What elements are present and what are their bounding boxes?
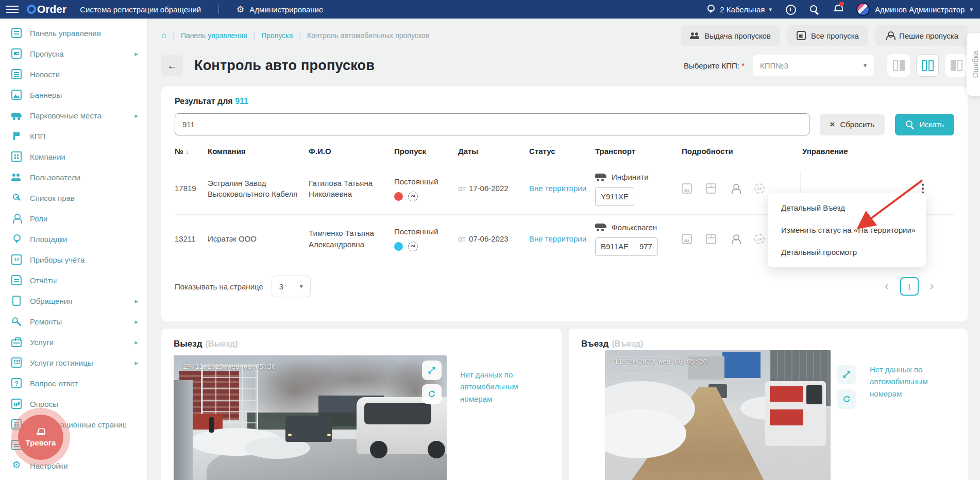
result-label: Результат для 911 bbox=[175, 97, 954, 106]
all-passes-button[interactable]: Все пропуска bbox=[787, 25, 868, 46]
sidebar-item-sites[interactable]: Площадки ▸ bbox=[0, 229, 147, 249]
sidebar-item-parking[interactable]: Парковочные места ▸ bbox=[0, 105, 147, 126]
sidebar-item-icon bbox=[11, 357, 22, 368]
issue-passes-button[interactable]: Выдача пропусков bbox=[681, 25, 780, 46]
sidebar-item-passes[interactable]: Пропуска ▸ bbox=[0, 43, 147, 64]
sidebar-item-hotel-services[interactable]: Услуги гостиницы ▸ bbox=[0, 352, 147, 373]
home-icon[interactable]: ⌂ bbox=[161, 30, 166, 41]
license-plate[interactable]: Y911XE bbox=[595, 187, 634, 206]
alarm-button[interactable]: Тревога bbox=[11, 408, 70, 467]
sidebar-item-dashboard[interactable]: Панель управления ▸ bbox=[0, 23, 147, 43]
app-logo[interactable]: Order bbox=[27, 3, 66, 15]
admin-section-link[interactable]: ⚙ Администрирование bbox=[236, 5, 323, 14]
chevron-right-icon: ▸ bbox=[134, 112, 138, 119]
sidebar-item-icon bbox=[11, 131, 22, 141]
photo-icon[interactable] bbox=[682, 234, 692, 244]
error-side-tab[interactable]: Ошибка bbox=[967, 33, 980, 96]
layout-toggle-split[interactable] bbox=[916, 54, 939, 77]
date-cell: от07-06-2023 bbox=[458, 233, 521, 245]
breadcrumb-passes[interactable]: Пропуска bbox=[261, 31, 293, 40]
layout-toggle-right[interactable] bbox=[945, 54, 968, 77]
breadcrumb-dashboard[interactable]: Панель управления bbox=[181, 31, 247, 40]
refresh-icon bbox=[428, 390, 436, 398]
notifications-button[interactable] bbox=[833, 4, 843, 15]
camera-title: Выезд bbox=[174, 339, 202, 349]
sidebar-item-news[interactable]: Новости ▸ bbox=[0, 64, 147, 84]
person-icon[interactable] bbox=[730, 234, 740, 244]
chevron-right-icon: ▸ bbox=[134, 338, 138, 346]
exit-camera-feed[interactable]: 29/11/2023 Wed 08:05:30 bbox=[174, 355, 447, 480]
status-link[interactable]: Вне территории bbox=[529, 233, 587, 245]
sidebar-item-roles[interactable]: Роли ▸ bbox=[0, 208, 147, 229]
sidebar-item-faq[interactable]: Вопрос-ответ ▸ bbox=[0, 373, 147, 393]
status-link[interactable]: Вне территории bbox=[529, 183, 587, 194]
no-plate-data-message: Нет данных по автомобильным номерам bbox=[870, 364, 955, 480]
refresh-button[interactable] bbox=[837, 389, 856, 409]
chevron-down-icon: ▾ bbox=[864, 62, 867, 69]
expand-button[interactable] bbox=[837, 365, 856, 384]
walk-passes-button[interactable]: Пешие пропуска bbox=[875, 25, 968, 46]
camera-timestamp: 11-29-2023 Wed 08:05:30 bbox=[614, 357, 707, 365]
back-button[interactable]: ← bbox=[161, 55, 183, 76]
search-button[interactable]: Искать bbox=[895, 114, 954, 135]
entry-camera-feed[interactable]: 11-29-2023 Wed 08:05:30 bbox=[605, 350, 831, 480]
sidebar-item-kpp[interactable]: КПП ▸ bbox=[0, 126, 147, 146]
prev-page-button[interactable]: ‹ bbox=[885, 280, 888, 293]
expand-button[interactable] bbox=[422, 361, 442, 380]
sidebar-item-banners[interactable]: Баннеры ▸ bbox=[0, 84, 147, 105]
hamburger-menu-icon[interactable] bbox=[6, 6, 19, 13]
per-page-select[interactable]: 3 ▾ bbox=[272, 276, 311, 297]
sort-by-number[interactable]: №↓ bbox=[175, 147, 199, 156]
exit-camera-panel: Выезд(Выезд) 29/11/2023 Wed 08:05:30 bbox=[161, 329, 562, 480]
package-icon[interactable] bbox=[706, 234, 716, 244]
user-menu[interactable]: Админов Администратор ▾ bbox=[856, 3, 973, 16]
clock-icon[interactable] bbox=[754, 183, 765, 194]
sidebar-item-reports[interactable]: Отчёты ▸ bbox=[0, 270, 147, 290]
photo-icon[interactable] bbox=[682, 183, 692, 194]
breadcrumb-current: Контроль автомобильных пропусков bbox=[307, 31, 429, 40]
sidebar-item-icon bbox=[12, 296, 21, 306]
scene-pedestrian bbox=[209, 417, 214, 433]
chevron-right-icon: ▸ bbox=[134, 359, 138, 367]
menu-item-detail-entry[interactable]: Детальный Въезд bbox=[768, 197, 926, 219]
sidebar-item-icon bbox=[11, 110, 22, 121]
chevron-down-icon: ▾ bbox=[300, 283, 303, 290]
clock-icon[interactable] bbox=[754, 234, 765, 244]
camera-timestamp: 29/11/2023 Wed 08:05:30 bbox=[183, 363, 276, 370]
license-plate[interactable]: B911AE977 bbox=[595, 237, 658, 256]
reset-button[interactable]: × Сбросить bbox=[820, 114, 885, 135]
camera-title: Въезд bbox=[581, 339, 609, 349]
sidebar-item-repairs[interactable]: Ремонты ▸ bbox=[0, 311, 147, 332]
location-selector[interactable]: 2 Кабельная ▾ bbox=[705, 4, 772, 14]
notification-badge bbox=[839, 2, 844, 6]
sidebar-item-companies[interactable]: Компании ▸ bbox=[0, 146, 147, 167]
sort-down-icon: ↓ bbox=[185, 147, 189, 156]
search-icon[interactable] bbox=[809, 4, 819, 14]
chevron-right-icon: ▸ bbox=[134, 318, 138, 325]
sidebar-item-permissions[interactable]: Список прав ▸ bbox=[0, 187, 147, 208]
sidebar-item-requests[interactable]: Обращения ▸ bbox=[0, 290, 147, 311]
layout-toggle-left[interactable] bbox=[887, 54, 910, 77]
sidebar-item-icon bbox=[11, 28, 22, 38]
row-context-menu: Детальный Въезд Изменить статус на «На т… bbox=[768, 193, 926, 267]
kpp-select[interactable]: КПП№3 ▾ bbox=[753, 55, 874, 76]
next-page-button[interactable]: › bbox=[930, 280, 934, 293]
person-icon[interactable] bbox=[730, 183, 740, 194]
sidebar-item-meters[interactable]: Приборы учёта ▸ bbox=[0, 249, 147, 270]
current-page-button[interactable]: 1 bbox=[900, 277, 919, 296]
search-input[interactable] bbox=[175, 113, 809, 135]
sidebar-item-icon bbox=[11, 193, 22, 203]
location-pin-icon bbox=[705, 4, 716, 14]
refresh-button[interactable] bbox=[422, 384, 442, 404]
sidebar-item-users[interactable]: Пользователи ▸ bbox=[0, 167, 147, 187]
scene-delivery-van bbox=[765, 381, 826, 446]
round-the-clock-icon bbox=[408, 192, 418, 201]
sidebar-item-surveys[interactable]: Опросы ▸ bbox=[0, 393, 147, 414]
date-cell: от17-06-2022 bbox=[458, 183, 521, 194]
package-icon[interactable] bbox=[706, 183, 716, 194]
menu-item-detail-view[interactable]: Детальный просмотр bbox=[768, 241, 926, 263]
menu-item-change-status[interactable]: Изменить статус на «На территории» bbox=[768, 219, 926, 241]
chevron-right-icon: ▸ bbox=[134, 50, 138, 58]
info-icon[interactable] bbox=[785, 4, 796, 14]
sidebar-item-services[interactable]: Услуги ▸ bbox=[0, 332, 147, 352]
